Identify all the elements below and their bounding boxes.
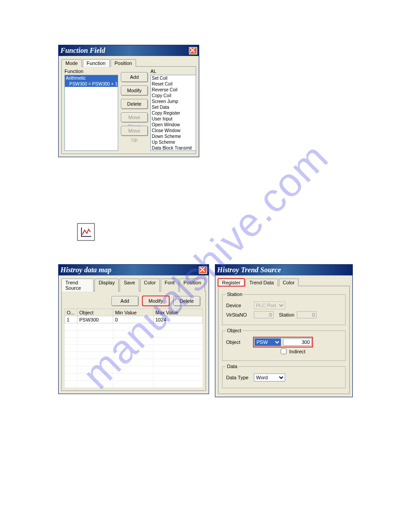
datatype-label: Data Type <box>226 375 251 380</box>
table-row <box>65 373 203 381</box>
list-item[interactable]: Up Scheme <box>151 139 196 145</box>
object-type-combo[interactable]: PSW <box>254 338 281 346</box>
virstano-label: VirStaNO <box>226 312 251 317</box>
station-label: Station <box>279 312 294 317</box>
object-address-input[interactable] <box>283 339 312 346</box>
list-item[interactable]: Arithmetic <box>65 75 118 81</box>
list-item[interactable]: Reset Coil <box>151 81 196 87</box>
table-cell: 1 <box>65 316 77 323</box>
modify-button[interactable]: Modify <box>121 86 148 95</box>
station-input <box>297 311 317 318</box>
tab-trend-source[interactable]: Trend Source <box>61 279 94 292</box>
move-down-button: Move Down <box>121 112 148 122</box>
window-title: Function Field <box>60 47 189 55</box>
indirect-label: Indirect <box>289 349 305 354</box>
function-field-dialog: Function Field ModeFunctionPosition Func… <box>58 45 199 157</box>
table-row <box>65 323 203 330</box>
close-icon[interactable] <box>199 266 207 274</box>
object-label: Object <box>226 339 251 345</box>
move-up-button: Move Up <box>121 126 148 136</box>
table-row <box>65 330 203 338</box>
tab-font[interactable]: Font <box>161 279 179 292</box>
tab-position[interactable]: Position <box>111 59 136 67</box>
chart-icon <box>80 226 92 238</box>
indirect-checkbox[interactable] <box>281 348 287 354</box>
list-item[interactable]: Down Scheme <box>151 133 196 139</box>
add-button[interactable]: Add <box>121 72 148 82</box>
list-item[interactable]: Set Data <box>151 104 196 110</box>
history-data-map-dialog: Histroy data map Trend SourceDisplaySave… <box>58 264 209 394</box>
tab-color[interactable]: Color <box>279 279 299 286</box>
tab-display[interactable]: Display <box>94 279 119 292</box>
column-header[interactable]: O... <box>65 309 77 316</box>
column-header[interactable]: Object <box>77 309 113 316</box>
delete-button[interactable]: Delete <box>173 296 200 306</box>
device-label: Device <box>226 303 251 308</box>
table-row <box>65 338 203 345</box>
list-item[interactable]: Copy Register <box>151 110 196 116</box>
titlebar[interactable]: Histroy data map <box>59 265 209 275</box>
table-cell: 1024 <box>154 316 203 323</box>
history-trend-toolbar-button[interactable] <box>77 223 95 241</box>
tab-register[interactable]: Register <box>218 279 244 286</box>
tab-position[interactable]: Position <box>180 279 205 292</box>
titlebar[interactable]: Histroy Trend Source <box>215 265 352 275</box>
tab-trend-data[interactable]: Trend Data <box>245 279 278 286</box>
function-listbox[interactable]: Arithmetic PSW300 = PSW300 + 10 <box>64 75 118 151</box>
al-listbox[interactable]: Set CoilReset CoilReverse CoilCopy CoilS… <box>150 75 196 151</box>
add-button[interactable]: Add <box>111 296 138 306</box>
device-combo: PLC Port <box>254 301 285 309</box>
group-legend: Station <box>226 292 243 297</box>
trend-source-grid[interactable]: O...ObjectMin ValueMax Value 1PSW3000102… <box>64 309 203 388</box>
list-item[interactable]: PSW300 = PSW300 + 10 <box>65 81 118 87</box>
virstano-input <box>254 311 274 318</box>
tab-panel-trend-source: Add Modify Delete O...ObjectMin ValueMax… <box>61 291 206 391</box>
table-cell: PSW300 <box>77 316 113 323</box>
al-label: AL <box>150 69 196 74</box>
delete-button[interactable]: Delete <box>121 99 148 109</box>
object-input-group: PSW <box>254 338 312 347</box>
table-row <box>65 359 203 366</box>
group-legend: Object <box>226 328 242 333</box>
table-row <box>65 352 203 359</box>
tab-bar: Trend SourceDisplaySaveColorFontPosition <box>59 275 209 291</box>
list-item[interactable]: Data Block Transmit <box>151 145 196 151</box>
table-row <box>65 381 203 388</box>
list-item[interactable]: Reverse Coil <box>151 87 196 93</box>
list-item[interactable]: Copy Coil <box>151 93 196 99</box>
titlebar[interactable]: Function Field <box>59 45 199 56</box>
list-item[interactable]: Set Coil <box>151 75 196 81</box>
window-title: Histroy data map <box>60 266 199 274</box>
history-trend-source-dialog: Histroy Trend Source RegisterTrend DataC… <box>215 264 353 397</box>
object-group: Object Object PSW Indirect <box>222 328 346 361</box>
tab-bar: RegisterTrend DataColor <box>215 275 352 286</box>
modify-button[interactable]: Modify <box>142 296 169 306</box>
list-item[interactable]: User Input <box>151 116 196 122</box>
list-item[interactable]: Open Window <box>151 122 196 128</box>
tab-color[interactable]: Color <box>140 279 160 292</box>
table-cell: 0 <box>113 316 154 323</box>
window-title: Histroy Trend Source <box>217 266 351 274</box>
group-legend: Data <box>226 364 238 369</box>
list-item[interactable]: Close Window <box>151 128 196 133</box>
table-row[interactable]: 1PSW30001024 <box>65 316 203 323</box>
tab-bar: ModeFunctionPosition <box>59 56 199 66</box>
column-header[interactable]: Min Value <box>113 309 154 316</box>
tab-panel-register: Station Device PLC Port VirStaNO Station… <box>218 286 350 394</box>
tab-mode[interactable]: Mode <box>61 59 82 67</box>
column-header[interactable]: Max Value <box>154 309 203 316</box>
tab-panel-function: Function Arithmetic PSW300 = PSW300 + 10… <box>61 66 196 154</box>
tab-function[interactable]: Function <box>83 59 110 67</box>
close-icon[interactable] <box>189 47 197 54</box>
list-item[interactable]: Screen Jump <box>151 99 196 104</box>
function-label: Function <box>64 69 118 74</box>
data-group: Data Data Type Word <box>222 364 346 388</box>
station-group: Station Device PLC Port VirStaNO Station <box>222 292 346 325</box>
tab-save[interactable]: Save <box>120 279 139 292</box>
table-row <box>65 366 203 373</box>
datatype-combo[interactable]: Word <box>254 373 285 382</box>
table-row <box>65 345 203 352</box>
